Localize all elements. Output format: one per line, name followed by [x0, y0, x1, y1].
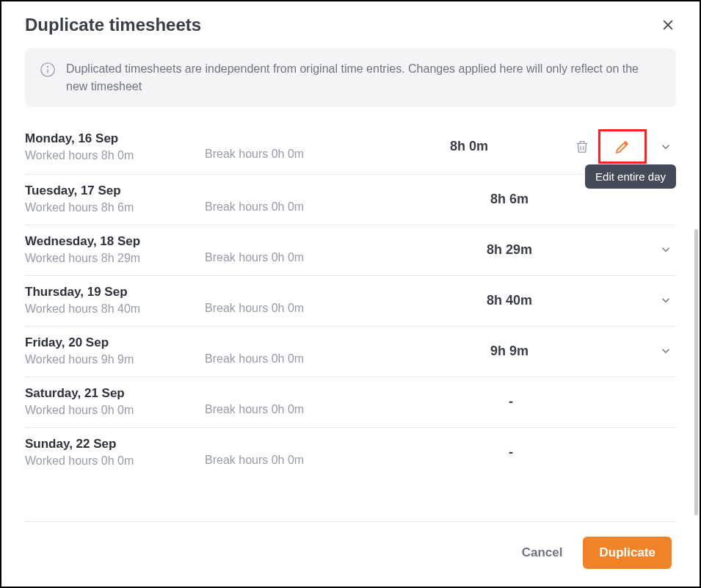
- break-hours-label: Break hours 0h 0m: [205, 352, 396, 366]
- chevron-down-icon: [659, 344, 672, 357]
- worked-hours-label: Worked hours 0h 0m: [25, 454, 205, 468]
- expand-day-button[interactable]: [655, 341, 676, 361]
- worked-hours-label: Worked hours 8h 29m: [25, 252, 205, 265]
- expand-day-button[interactable]: [655, 137, 676, 157]
- day-row: Wednesday, 18 Sep Worked hours 8h 29m Br…: [25, 225, 676, 276]
- day-name: Monday, 16 Sep: [25, 131, 205, 146]
- day-total: 8h 40m: [396, 293, 653, 308]
- day-row: Sunday, 22 Sep Worked hours 0h 0m Break …: [25, 428, 676, 478]
- break-hours-label: Break hours 0h 0m: [205, 403, 396, 416]
- day-total: 9h 9m: [396, 344, 653, 359]
- day-name: Tuesday, 17 Sep: [25, 184, 205, 198]
- day-row: Monday, 16 Sep Worked hours 8h 0m Break …: [25, 120, 676, 175]
- worked-hours-label: Worked hours 9h 9m: [25, 353, 205, 366]
- edit-day-button[interactable]: [598, 129, 647, 164]
- svg-point-2: [48, 66, 48, 67]
- chevron-down-icon: [659, 140, 672, 153]
- worked-hours-label: Worked hours 8h 0m: [25, 149, 205, 162]
- day-name: Saturday, 21 Sep: [25, 386, 205, 401]
- worked-hours-label: Worked hours 8h 6m: [25, 201, 205, 214]
- days-list: Monday, 16 Sep Worked hours 8h 0m Break …: [25, 120, 676, 521]
- info-text: Duplicated timesheets are independent fr…: [66, 60, 661, 95]
- edit-day-tooltip: Edit entire day: [585, 164, 676, 189]
- day-row: Tuesday, 17 Sep Worked hours 8h 6m Break…: [25, 175, 676, 225]
- day-name: Sunday, 22 Sep: [25, 437, 205, 451]
- info-banner: Duplicated timesheets are independent fr…: [25, 48, 676, 107]
- expand-day-button[interactable]: [655, 239, 676, 260]
- scrollbar[interactable]: [694, 229, 698, 515]
- day-total: -: [396, 445, 655, 460]
- duplicate-timesheets-modal: Duplicate timesheets Duplicated timeshee…: [1, 1, 700, 587]
- close-button[interactable]: [660, 17, 676, 33]
- day-row: Friday, 20 Sep Worked hours 9h 9m Break …: [25, 327, 676, 377]
- day-total: -: [396, 394, 655, 410]
- day-name: Wednesday, 18 Sep: [25, 234, 205, 249]
- day-name: Friday, 20 Sep: [25, 335, 205, 350]
- day-row: Saturday, 21 Sep Worked hours 0h 0m Brea…: [25, 377, 676, 428]
- break-hours-label: Break hours 0h 0m: [205, 251, 396, 264]
- day-total: 8h 6m: [396, 192, 653, 207]
- cancel-button[interactable]: Cancel: [522, 545, 563, 560]
- expand-day-button[interactable]: [655, 290, 676, 311]
- break-hours-label: Break hours 0h 0m: [205, 148, 396, 161]
- trash-icon: [574, 139, 590, 155]
- delete-day-button[interactable]: [572, 137, 592, 157]
- close-icon: [661, 18, 675, 32]
- info-icon: [40, 62, 56, 78]
- chevron-down-icon: [659, 243, 672, 256]
- modal-header: Duplicate timesheets: [25, 15, 676, 35]
- break-hours-label: Break hours 0h 0m: [205, 302, 396, 315]
- day-name: Thursday, 19 Sep: [25, 285, 205, 300]
- day-row: Thursday, 19 Sep Worked hours 8h 40m Bre…: [25, 276, 676, 327]
- modal-footer: Cancel Duplicate: [25, 521, 676, 587]
- modal-title: Duplicate timesheets: [25, 15, 201, 35]
- day-total: 8h 0m: [396, 139, 572, 154]
- day-total: 8h 29m: [396, 242, 653, 258]
- duplicate-button[interactable]: Duplicate: [583, 537, 672, 569]
- pencil-icon: [614, 138, 631, 156]
- worked-hours-label: Worked hours 0h 0m: [25, 404, 205, 417]
- break-hours-label: Break hours 0h 0m: [205, 454, 396, 467]
- break-hours-label: Break hours 0h 0m: [205, 200, 396, 214]
- chevron-down-icon: [659, 294, 672, 307]
- worked-hours-label: Worked hours 8h 40m: [25, 302, 205, 316]
